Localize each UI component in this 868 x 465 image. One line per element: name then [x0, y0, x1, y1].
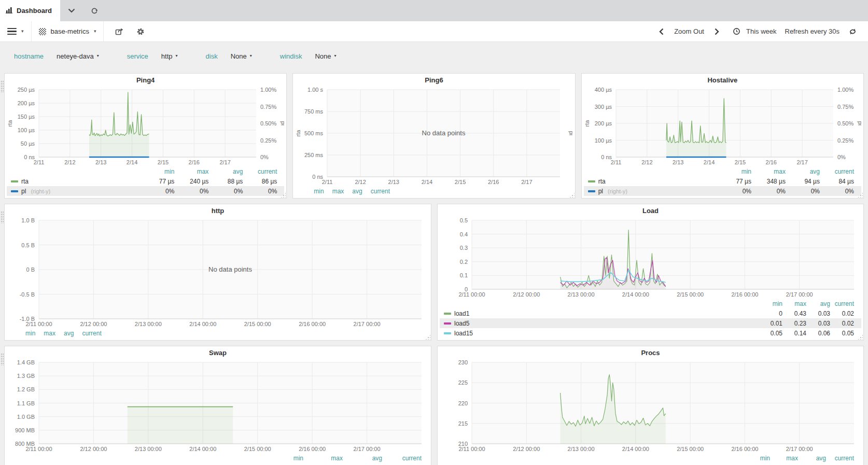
- chart-canvas[interactable]: 2/11 00:002/12 00:002/13 00:002/14 00:00…: [440, 358, 861, 453]
- chart-swap[interactable]: 2/11 00:002/12 00:002/13 00:002/14 00:00…: [7, 358, 429, 453]
- chevron-down-icon: ▾: [250, 54, 252, 58]
- legend-header[interactable]: min: [314, 188, 324, 195]
- legend-header[interactable]: avg: [786, 168, 820, 175]
- legend-series-name[interactable]: pl: [21, 188, 26, 195]
- panel-title[interactable]: Swap: [7, 348, 429, 358]
- chart-ping6[interactable]: 2/112/122/132/142/152/162/170 ns250 ms50…: [295, 86, 572, 186]
- chart-load[interactable]: 2/11 00:002/12 00:002/13 00:002/14 00:00…: [440, 216, 861, 299]
- svg-text:2/15 00:00: 2/15 00:00: [677, 291, 704, 298]
- legend-header[interactable]: min: [742, 455, 770, 462]
- legend-header[interactable]: current: [82, 330, 101, 337]
- legend-header[interactable]: current: [382, 455, 422, 462]
- refresh-button[interactable]: [845, 28, 861, 35]
- panel-title[interactable]: Ping6: [295, 75, 572, 86]
- legend-header[interactable]: avg: [352, 188, 362, 195]
- time-forward-button[interactable]: [709, 28, 724, 35]
- chart-procs[interactable]: 2/11 00:002/12 00:002/13 00:002/14 00:00…: [440, 358, 861, 453]
- legend-series-name[interactable]: load1: [454, 310, 469, 317]
- legend-series-name[interactable]: load15: [454, 330, 473, 337]
- chart-canvas[interactable]: 2/11 00:002/12 00:002/13 00:002/14 00:00…: [7, 216, 429, 328]
- svg-text:pl: pl: [857, 121, 861, 126]
- variable-value-dropdown[interactable]: None▾: [231, 52, 252, 60]
- chevron-down-icon: [68, 8, 75, 13]
- tab-dashboard[interactable]: Dashboard: [0, 0, 60, 21]
- panel-title[interactable]: Procs: [440, 348, 861, 358]
- legend-header[interactable]: current: [820, 168, 854, 175]
- chart-canvas[interactable]: 2/112/122/132/142/152/162/170 ns50 µs100…: [7, 86, 284, 166]
- svg-text:0.5: 0.5: [460, 217, 468, 223]
- legend-header[interactable]: avg: [343, 455, 382, 462]
- legend-stat-value: 0.02: [830, 320, 854, 327]
- legend-header[interactable]: current: [243, 168, 277, 175]
- legend-stat-value: 0.05: [759, 330, 782, 337]
- chart-canvas[interactable]: 2/11 00:002/12 00:002/13 00:002/14 00:00…: [7, 358, 429, 453]
- chart-canvas[interactable]: 2/112/122/132/142/152/162/170 ns100 µs20…: [584, 86, 861, 166]
- svg-text:230: 230: [458, 359, 468, 365]
- legend-header[interactable]: avg: [806, 300, 830, 307]
- chart-hostalive[interactable]: 2/112/122/132/142/152/162/170 ns100 µs20…: [584, 86, 861, 166]
- chevron-down-icon: ▾: [176, 54, 178, 58]
- legend-series-name[interactable]: pl: [598, 188, 603, 195]
- legend-header[interactable]: min: [140, 168, 174, 175]
- svg-text:2/12 00:00: 2/12 00:00: [513, 446, 540, 452]
- legend-header[interactable]: current: [830, 300, 854, 307]
- svg-text:1.0 GB: 1.0 GB: [17, 414, 35, 420]
- svg-text:0.5 B: 0.5 B: [21, 242, 35, 248]
- chart-canvas[interactable]: 2/112/122/132/142/152/162/170 ns250 ms50…: [295, 86, 572, 186]
- tab-reload-button[interactable]: [83, 0, 106, 21]
- row-drag-handle[interactable]: [1, 80, 4, 93]
- chart-http[interactable]: 2/11 00:002/12 00:002/13 00:002/14 00:00…: [7, 216, 429, 328]
- legend-header[interactable]: min: [717, 168, 751, 175]
- legend-series-name[interactable]: load5: [454, 320, 469, 327]
- legend-header[interactable]: max: [782, 300, 806, 307]
- legend-header[interactable]: min: [264, 455, 303, 462]
- refresh-interval-button[interactable]: Refresh every 30s: [782, 27, 843, 35]
- legend-header[interactable]: max: [751, 168, 786, 175]
- legend-series-name[interactable]: rta: [598, 178, 606, 185]
- share-button[interactable]: [111, 27, 128, 35]
- legend-header[interactable]: avg: [64, 330, 74, 337]
- panel-title[interactable]: Ping4: [7, 75, 284, 86]
- svg-text:0 ns: 0 ns: [313, 174, 324, 180]
- chart-ping4[interactable]: 2/112/122/132/142/152/162/170 ns50 µs100…: [7, 86, 284, 166]
- menu-caret-icon[interactable]: ▾: [21, 29, 24, 34]
- variable-value-dropdown[interactable]: neteye-dava▾: [57, 52, 99, 60]
- legend-header[interactable]: avg: [798, 455, 826, 462]
- time-range-button[interactable]: This week: [726, 27, 780, 35]
- legend-header[interactable]: current: [371, 188, 390, 195]
- legend-series-name[interactable]: rta: [21, 178, 29, 185]
- variable-value-dropdown[interactable]: None▾: [315, 52, 336, 60]
- panel-title[interactable]: http: [7, 206, 429, 216]
- panel-title[interactable]: Hostalive: [584, 75, 861, 86]
- tab-dropdown-button[interactable]: [60, 0, 83, 21]
- dashboard-name[interactable]: base-metrics: [51, 27, 89, 35]
- dashboard-caret-icon[interactable]: ▾: [94, 29, 96, 34]
- svg-text:2/13: 2/13: [673, 159, 683, 165]
- legend-header[interactable]: max: [174, 168, 208, 175]
- panel-title[interactable]: Load: [440, 206, 861, 216]
- variable-value-dropdown[interactable]: http▾: [161, 52, 178, 60]
- time-range-label: This week: [743, 27, 780, 35]
- svg-text:50 µs: 50 µs: [21, 140, 35, 147]
- row-drag-handle[interactable]: [1, 353, 4, 365]
- svg-text:1.1 GB: 1.1 GB: [17, 400, 35, 406]
- zoom-out-button[interactable]: Zoom Out: [671, 27, 707, 35]
- svg-text:2/16 00:00: 2/16 00:00: [731, 446, 758, 452]
- legend-stat-value: 0.06: [806, 330, 830, 337]
- chart-canvas[interactable]: 2/11 00:002/12 00:002/13 00:002/14 00:00…: [440, 216, 861, 299]
- hamburger-menu-icon[interactable]: [7, 28, 17, 35]
- legend-stat-value: 0%: [140, 188, 174, 195]
- legend-header[interactable]: max: [770, 455, 798, 462]
- variable-service: service http▾: [127, 52, 178, 60]
- settings-button[interactable]: [132, 27, 149, 36]
- legend-header[interactable]: max: [44, 330, 55, 337]
- legend-header[interactable]: current: [826, 455, 854, 462]
- legend-header[interactable]: max: [332, 188, 344, 195]
- svg-text:2/16: 2/16: [488, 179, 499, 185]
- legend-header[interactable]: avg: [208, 168, 243, 175]
- legend-header[interactable]: max: [303, 455, 343, 462]
- time-back-button[interactable]: [654, 28, 669, 35]
- row-drag-handle[interactable]: [1, 211, 4, 223]
- legend-header[interactable]: min: [25, 330, 35, 337]
- legend-header[interactable]: min: [759, 300, 782, 307]
